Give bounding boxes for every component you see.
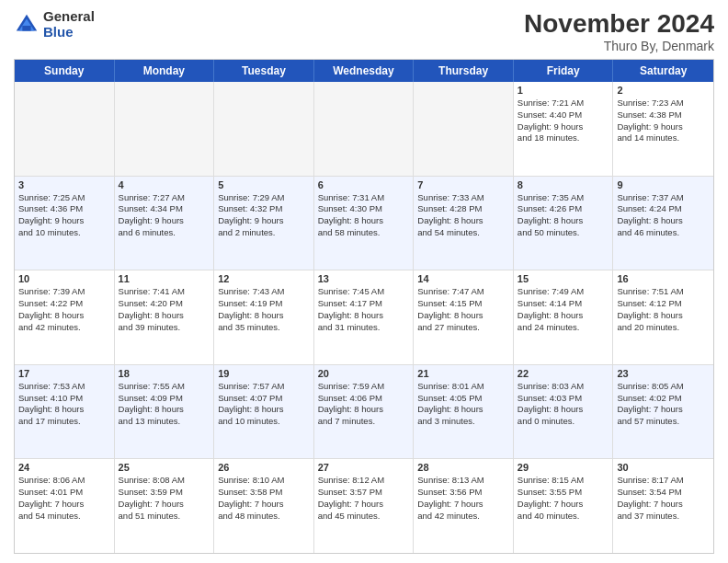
day-number: 24: [18, 462, 110, 473]
day-number: 5: [218, 179, 310, 190]
calendar-cell-0-4: [414, 82, 514, 176]
calendar-row-2: 10Sunrise: 7:39 AM Sunset: 4:22 PM Dayli…: [15, 270, 713, 365]
title-area: November 2024 Thuro By, Denmark: [524, 9, 714, 53]
day-number: 10: [18, 273, 110, 284]
header-day-friday: Friday: [514, 60, 614, 82]
day-info: Sunrise: 7:45 AM Sunset: 4:17 PM Dayligh…: [318, 286, 410, 333]
day-number: 7: [417, 179, 509, 190]
logo-icon: [14, 12, 40, 38]
day-number: 19: [218, 368, 310, 379]
day-number: 16: [617, 273, 710, 284]
day-number: 4: [119, 179, 210, 190]
calendar-cell-1-3: 6Sunrise: 7:31 AM Sunset: 4:30 PM Daylig…: [314, 177, 415, 270]
logo-text: General Blue: [43, 9, 95, 40]
day-number: 30: [617, 462, 710, 473]
day-info: Sunrise: 7:43 AM Sunset: 4:19 PM Dayligh…: [218, 286, 310, 333]
header-day-saturday: Saturday: [613, 60, 713, 82]
calendar-cell-4-1: 25Sunrise: 8:08 AM Sunset: 3:59 PM Dayli…: [115, 459, 215, 553]
calendar-cell-0-6: 2Sunrise: 7:23 AM Sunset: 4:38 PM Daylig…: [613, 82, 713, 176]
day-number: 18: [119, 368, 210, 379]
day-number: 6: [318, 179, 410, 190]
header-day-sunday: Sunday: [15, 60, 115, 82]
calendar-cell-0-3: [314, 82, 415, 176]
calendar-cell-2-1: 11Sunrise: 7:41 AM Sunset: 4:20 PM Dayli…: [115, 270, 215, 364]
header-day-wednesday: Wednesday: [314, 60, 415, 82]
day-info: Sunrise: 8:08 AM Sunset: 3:59 PM Dayligh…: [119, 475, 210, 522]
header: General Blue November 2024 Thuro By, Den…: [14, 9, 714, 53]
calendar-cell-1-4: 7Sunrise: 7:33 AM Sunset: 4:28 PM Daylig…: [414, 177, 514, 270]
day-info: Sunrise: 7:39 AM Sunset: 4:22 PM Dayligh…: [18, 286, 110, 333]
day-info: Sunrise: 7:33 AM Sunset: 4:28 PM Dayligh…: [417, 192, 509, 239]
day-number: 25: [119, 462, 210, 473]
day-info: Sunrise: 8:15 AM Sunset: 3:55 PM Dayligh…: [518, 475, 609, 522]
calendar-cell-3-3: 20Sunrise: 7:59 AM Sunset: 4:06 PM Dayli…: [314, 365, 415, 459]
calendar-cell-2-3: 13Sunrise: 7:45 AM Sunset: 4:17 PM Dayli…: [314, 270, 415, 364]
day-info: Sunrise: 7:31 AM Sunset: 4:30 PM Dayligh…: [318, 192, 410, 239]
day-number: 3: [18, 179, 110, 190]
day-number: 22: [518, 368, 609, 379]
calendar-cell-0-0: [15, 82, 115, 176]
day-info: Sunrise: 8:10 AM Sunset: 3:58 PM Dayligh…: [218, 475, 310, 522]
day-number: 26: [218, 462, 310, 473]
calendar-cell-4-3: 27Sunrise: 8:12 AM Sunset: 3:57 PM Dayli…: [314, 459, 415, 553]
day-info: Sunrise: 7:59 AM Sunset: 4:06 PM Dayligh…: [318, 381, 410, 428]
day-info: Sunrise: 7:55 AM Sunset: 4:09 PM Dayligh…: [119, 381, 210, 428]
day-number: 29: [518, 462, 609, 473]
day-number: 13: [318, 273, 410, 284]
day-info: Sunrise: 7:35 AM Sunset: 4:26 PM Dayligh…: [518, 192, 609, 239]
day-number: 11: [119, 273, 210, 284]
calendar-cell-3-4: 21Sunrise: 8:01 AM Sunset: 4:05 PM Dayli…: [414, 365, 514, 459]
calendar-cell-3-1: 18Sunrise: 7:55 AM Sunset: 4:09 PM Dayli…: [115, 365, 215, 459]
calendar-cell-4-5: 29Sunrise: 8:15 AM Sunset: 3:55 PM Dayli…: [514, 459, 614, 553]
calendar-cell-4-6: 30Sunrise: 8:17 AM Sunset: 3:54 PM Dayli…: [613, 459, 713, 553]
day-number: 1: [518, 85, 609, 96]
day-info: Sunrise: 7:37 AM Sunset: 4:24 PM Dayligh…: [617, 192, 710, 239]
calendar-body: 1Sunrise: 7:21 AM Sunset: 4:40 PM Daylig…: [15, 82, 713, 553]
logo-blue: Blue: [43, 25, 95, 40]
calendar-cell-1-1: 4Sunrise: 7:27 AM Sunset: 4:34 PM Daylig…: [115, 177, 215, 270]
calendar-cell-0-2: [214, 82, 314, 176]
logo: General Blue: [14, 9, 95, 40]
day-number: 9: [617, 179, 710, 190]
day-info: Sunrise: 8:06 AM Sunset: 4:01 PM Dayligh…: [18, 475, 110, 522]
day-number: 14: [417, 273, 509, 284]
calendar-cell-4-0: 24Sunrise: 8:06 AM Sunset: 4:01 PM Dayli…: [15, 459, 115, 553]
day-number: 20: [318, 368, 410, 379]
day-info: Sunrise: 7:23 AM Sunset: 4:38 PM Dayligh…: [617, 98, 710, 144]
day-number: 8: [518, 179, 609, 190]
day-info: Sunrise: 8:13 AM Sunset: 3:56 PM Dayligh…: [417, 475, 509, 522]
calendar-cell-3-0: 17Sunrise: 7:53 AM Sunset: 4:10 PM Dayli…: [15, 365, 115, 459]
month-title: November 2024: [524, 9, 714, 39]
calendar-cell-4-2: 26Sunrise: 8:10 AM Sunset: 3:58 PM Dayli…: [214, 459, 314, 553]
day-info: Sunrise: 7:29 AM Sunset: 4:32 PM Dayligh…: [218, 192, 310, 239]
calendar-row-0: 1Sunrise: 7:21 AM Sunset: 4:40 PM Daylig…: [15, 82, 713, 177]
svg-rect-2: [22, 25, 30, 30]
day-info: Sunrise: 7:51 AM Sunset: 4:12 PM Dayligh…: [617, 286, 710, 333]
calendar-cell-2-5: 15Sunrise: 7:49 AM Sunset: 4:14 PM Dayli…: [514, 270, 614, 364]
day-info: Sunrise: 8:01 AM Sunset: 4:05 PM Dayligh…: [417, 381, 509, 428]
day-number: 28: [417, 462, 509, 473]
day-info: Sunrise: 7:49 AM Sunset: 4:14 PM Dayligh…: [518, 286, 609, 333]
calendar-cell-1-0: 3Sunrise: 7:25 AM Sunset: 4:36 PM Daylig…: [15, 177, 115, 270]
day-number: 17: [18, 368, 110, 379]
day-number: 23: [617, 368, 710, 379]
calendar-cell-4-4: 28Sunrise: 8:13 AM Sunset: 3:56 PM Dayli…: [414, 459, 514, 553]
day-number: 21: [417, 368, 509, 379]
calendar-cell-2-2: 12Sunrise: 7:43 AM Sunset: 4:19 PM Dayli…: [214, 270, 314, 364]
day-info: Sunrise: 8:12 AM Sunset: 3:57 PM Dayligh…: [318, 475, 410, 522]
day-info: Sunrise: 8:03 AM Sunset: 4:03 PM Dayligh…: [518, 381, 609, 428]
calendar-cell-2-4: 14Sunrise: 7:47 AM Sunset: 4:15 PM Dayli…: [414, 270, 514, 364]
day-info: Sunrise: 7:53 AM Sunset: 4:10 PM Dayligh…: [18, 381, 110, 428]
day-number: 2: [617, 85, 710, 96]
calendar-header: SundayMondayTuesdayWednesdayThursdayFrid…: [15, 60, 713, 82]
day-info: Sunrise: 7:25 AM Sunset: 4:36 PM Dayligh…: [18, 192, 110, 239]
day-info: Sunrise: 7:41 AM Sunset: 4:20 PM Dayligh…: [119, 286, 210, 333]
logo-general: General: [43, 9, 95, 25]
header-day-tuesday: Tuesday: [214, 60, 314, 82]
calendar-cell-0-1: [115, 82, 215, 176]
calendar-cell-3-6: 23Sunrise: 8:05 AM Sunset: 4:02 PM Dayli…: [613, 365, 713, 459]
day-number: 12: [218, 273, 310, 284]
calendar-cell-3-5: 22Sunrise: 8:03 AM Sunset: 4:03 PM Dayli…: [514, 365, 614, 459]
calendar: SundayMondayTuesdayWednesdayThursdayFrid…: [14, 59, 714, 554]
calendar-cell-1-6: 9Sunrise: 7:37 AM Sunset: 4:24 PM Daylig…: [613, 177, 713, 270]
